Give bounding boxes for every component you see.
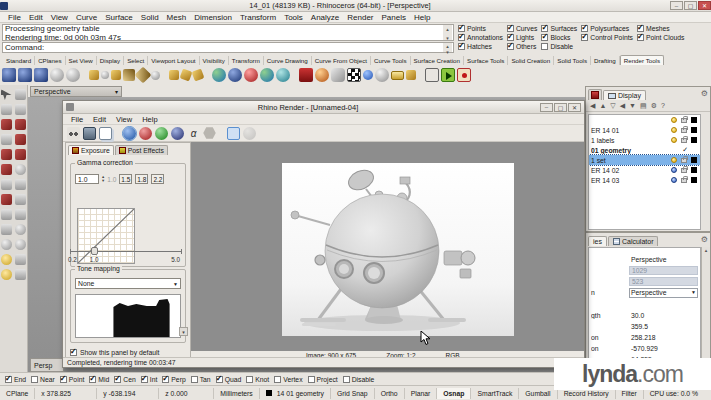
grey-tool-icon-8[interactable] (15, 224, 26, 235)
tab-visibility[interactable]: Visibility (200, 56, 229, 65)
tab-curve-drawing[interactable]: Curve Drawing (264, 56, 312, 65)
filter-hatches[interactable]: Hatches (458, 43, 503, 50)
safe-frame-icon[interactable] (425, 68, 439, 82)
rotate-view-icon[interactable] (1, 269, 12, 280)
sun-icon[interactable] (151, 71, 160, 80)
tab-render-tools[interactable]: Render Tools (620, 55, 664, 65)
ortho-button[interactable]: Ortho (375, 388, 405, 399)
pointer-tool-icon[interactable] (1, 89, 12, 100)
layer-row[interactable]: ER 14 02 (589, 165, 700, 175)
grey-tool-icon-3[interactable] (15, 179, 26, 190)
filter-meshes[interactable]: Meshes (637, 25, 685, 32)
command-history-scrollbar[interactable]: ▴ ▾ (443, 25, 452, 40)
layer-lock-icon[interactable] (681, 178, 687, 183)
filter-surfaces[interactable]: Surfaces (541, 25, 577, 32)
osnap-end[interactable]: End (5, 376, 26, 383)
command-history[interactable]: Processing geometry table Rendering time… (2, 24, 454, 41)
grey-tool-icon-5[interactable] (1, 209, 12, 220)
gamma-slider-handle[interactable] (91, 247, 98, 255)
osnap-project[interactable]: Project (308, 376, 338, 383)
layer-page-icon[interactable]: ▤ (640, 102, 647, 110)
layer-row[interactable]: 1 labels (589, 135, 700, 145)
layer-row[interactable] (589, 115, 700, 125)
grey-tool-icon-6[interactable] (15, 209, 26, 220)
grey-tool-icon-7[interactable] (1, 224, 12, 235)
menu-help[interactable]: Help (410, 13, 434, 22)
osnap-perp[interactable]: Perp (162, 376, 185, 383)
menu-render[interactable]: Render (343, 13, 377, 22)
scroll-up-icon[interactable]: ▴ (446, 25, 449, 34)
checker-texture-icon[interactable] (347, 68, 361, 82)
menu-solid[interactable]: Solid (137, 13, 163, 22)
post-effects-tab[interactable]: Post Effects (115, 145, 168, 155)
edit-light-icon[interactable] (135, 67, 152, 84)
grey-tool-icon-1[interactable] (1, 134, 12, 145)
menu-file[interactable]: File (4, 13, 25, 22)
tab-display[interactable]: Display (97, 56, 124, 65)
menu-tools[interactable]: Tools (280, 13, 307, 22)
green-channel-icon[interactable] (155, 127, 168, 140)
minimize-button[interactable]: – (670, 1, 683, 10)
layer-tools-icon[interactable]: ⚙ (651, 102, 657, 110)
tab-surface-creation[interactable]: Surface Creation (411, 56, 464, 65)
checkbox-icon[interactable] (507, 43, 514, 50)
grey-tool-icon-4[interactable] (15, 194, 26, 205)
gamma-preset-1-5-button[interactable]: 1.5 (119, 174, 132, 184)
view-tool-icon[interactable] (192, 69, 205, 82)
undo-view-icon[interactable] (15, 269, 26, 280)
filter-control-points[interactable]: Control Points (581, 34, 633, 41)
tab-curve-from-object[interactable]: Curve From Object (312, 56, 371, 65)
pan-tool-icon[interactable] (1, 104, 12, 115)
tab-transform[interactable]: Transform (229, 56, 264, 65)
tab-viewport-layout[interactable]: Viewport Layout (148, 56, 199, 65)
render-preview-icon[interactable] (18, 68, 32, 82)
gumball-button[interactable]: Gumball (519, 388, 557, 399)
osnap-knot[interactable]: Knot (246, 376, 269, 383)
checkbox-icon[interactable] (581, 25, 588, 32)
layer-lock-icon[interactable] (681, 118, 687, 123)
gamma-spinner[interactable]: ▴▾ (102, 175, 104, 183)
filter-annotations[interactable]: Annotations (458, 34, 503, 41)
material-icon[interactable] (212, 68, 226, 82)
copy-tool-icon[interactable] (15, 104, 26, 115)
layer-color-swatch[interactable] (691, 137, 697, 143)
checkbox-icon[interactable] (458, 43, 465, 50)
tab-drafting[interactable]: Drafting (591, 56, 620, 65)
checkbox-icon[interactable] (541, 43, 548, 50)
menu-curve[interactable]: Curve (72, 13, 101, 22)
layer-on-icon[interactable] (671, 127, 677, 133)
projection-select[interactable]: Perspective▼ (629, 288, 698, 298)
checkbox-icon[interactable] (541, 25, 548, 32)
move-tool-icon[interactable] (15, 89, 26, 100)
layer-color-swatch[interactable] (691, 127, 697, 133)
scroll-up-icon[interactable]: ▴ (705, 247, 708, 253)
filter-blocks[interactable]: Blocks (541, 34, 577, 41)
menu-panels[interactable]: Panels (378, 13, 410, 22)
delete-layer-icon[interactable]: ▽ (610, 102, 615, 110)
layer-color-swatch[interactable] (691, 117, 697, 123)
osnap-point[interactable]: Point (60, 376, 85, 383)
gamma-slider[interactable] (70, 247, 182, 255)
filter-points[interactable]: Points (458, 25, 503, 32)
alpha-channel-icon[interactable]: α (187, 127, 200, 140)
layer-lock-icon[interactable] (681, 168, 687, 173)
layer-row[interactable]: ER 14 03 (589, 175, 700, 185)
checkbox-icon[interactable] (541, 34, 548, 41)
zoom-tool-icon-2[interactable] (15, 239, 26, 250)
scroll-down-icon[interactable]: ▾ (446, 34, 449, 43)
environment-icon[interactable] (228, 68, 242, 82)
tab-cplanes[interactable]: CPlanes (35, 56, 65, 65)
layer-color-swatch[interactable] (691, 167, 697, 173)
red-tool-icon-6[interactable] (1, 164, 12, 175)
filter-disable[interactable]: Disable (541, 43, 577, 50)
panel-scroll-down-icon[interactable]: ▾ (179, 327, 188, 336)
render-dialog-titlebar[interactable]: Rhino Render - [Unnamed-04] – ▢ ✕ (63, 101, 584, 114)
layer-row-selected[interactable]: 1 set (589, 155, 700, 165)
close-button[interactable]: ✕ (698, 1, 711, 10)
checkbox-icon[interactable] (637, 25, 644, 32)
blue-channel-icon[interactable] (171, 127, 184, 140)
find-icon[interactable] (67, 127, 80, 140)
red-tool-icon-3[interactable] (15, 134, 26, 145)
current-layer-pane[interactable]: 14 01 geometry (260, 388, 331, 399)
checkbox-icon[interactable] (458, 34, 465, 41)
